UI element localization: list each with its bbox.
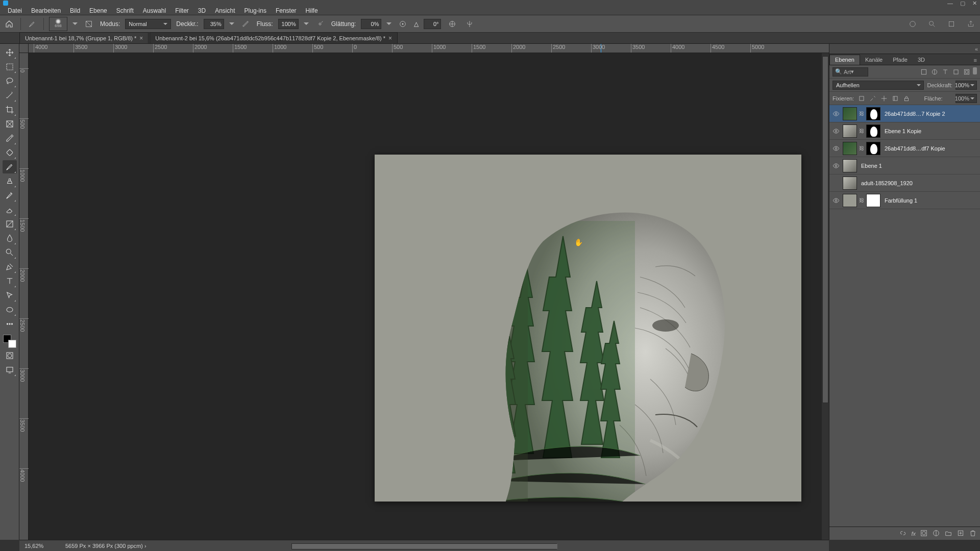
brush-preset-dropdown-icon[interactable] (72, 22, 78, 26)
layer-mask-thumb[interactable] (866, 124, 880, 138)
gradient-tool[interactable] (3, 217, 17, 231)
layer-thumb[interactable] (843, 142, 857, 155)
layer-row[interactable]: Ebene 1 (829, 157, 980, 174)
visibility-toggle-icon[interactable] (831, 109, 841, 118)
close-button[interactable]: ✕ (972, 0, 977, 7)
mask-icon[interactable] (920, 529, 928, 538)
brush-tool-icon[interactable] (26, 18, 38, 30)
mask-link-icon[interactable]: ⛓ (859, 144, 864, 153)
link-layers-icon[interactable] (899, 529, 907, 538)
blur-tool[interactable] (3, 232, 17, 245)
filter-type-icon[interactable] (941, 67, 950, 77)
lock-pixels-icon[interactable] (857, 94, 866, 103)
history-brush-tool[interactable] (3, 189, 17, 202)
layer-row[interactable]: ⛓Farbfüllung 1 (829, 192, 980, 209)
adjustment-icon[interactable] (932, 529, 940, 538)
menu-schrift[interactable]: Schrift (113, 6, 137, 15)
shape-tool[interactable] (3, 303, 17, 316)
menu-plugins[interactable]: Plug-ins (241, 6, 270, 15)
menu-bearbeiten[interactable]: Bearbeiten (28, 6, 64, 15)
horizontal-ruler[interactable]: 4000350030002500200015001000500050010001… (29, 44, 829, 53)
layer-mask-thumb[interactable] (866, 194, 880, 207)
close-tab-icon[interactable]: × (139, 35, 143, 42)
layer-mask-thumb[interactable] (866, 107, 880, 120)
h-scrollbar-thumb[interactable] (292, 544, 557, 549)
smoothing-dropdown-icon[interactable] (386, 22, 391, 26)
layer-thumb[interactable] (843, 159, 857, 172)
flow-dropdown-icon[interactable] (304, 22, 309, 26)
lock-nest-icon[interactable] (891, 94, 900, 103)
doc-info[interactable]: 5659 Px × 3966 Px (300 ppcm) › (65, 543, 146, 549)
clone-stamp-tool[interactable] (3, 174, 17, 188)
lock-move-icon[interactable] (879, 94, 889, 103)
brush-preset-picker[interactable]: 698 (49, 17, 67, 31)
mask-link-icon[interactable]: ⛓ (859, 109, 864, 118)
menu-3d[interactable]: 3D (194, 6, 209, 15)
quickmask-button[interactable] (3, 349, 17, 362)
layer-mask-thumb[interactable] (866, 142, 880, 155)
layer-filter-type-select[interactable]: 🔍 Art ▾ (832, 67, 868, 77)
new-layer-icon[interactable] (957, 529, 965, 538)
color-swatch[interactable] (3, 335, 16, 348)
layer-thumb[interactable] (843, 194, 857, 207)
mask-link-icon[interactable]: ⛓ (859, 196, 864, 205)
opacity-input[interactable]: 35% (204, 19, 224, 29)
layer-blend-select[interactable]: Aufhellen (832, 81, 924, 90)
panel-tab-3d[interactable]: 3D (913, 55, 930, 65)
type-tool[interactable] (3, 274, 17, 288)
menu-datei[interactable]: Datei (4, 6, 26, 15)
smoothing-options-button[interactable] (397, 18, 409, 30)
vertical-scrollbar[interactable] (822, 53, 829, 540)
marquee-tool[interactable] (3, 60, 17, 73)
search-icon[interactable] (926, 18, 938, 30)
visibility-toggle-icon[interactable] (831, 144, 841, 153)
healing-tool[interactable] (3, 146, 17, 159)
close-tab-icon[interactable]: × (388, 35, 392, 42)
opacity-dropdown-icon[interactable] (229, 22, 234, 26)
menu-fenster[interactable]: Fenster (272, 6, 300, 15)
brush-tool[interactable] (3, 160, 17, 173)
opacity-pressure-button[interactable] (239, 18, 252, 30)
document-tab-1[interactable]: Unbenannt-1 bei 18,7% (Gruppe 1, RGB/8) … (19, 32, 149, 43)
menu-ansicht[interactable]: Ansicht (211, 6, 238, 15)
menu-hilfe[interactable]: Hilfe (302, 6, 322, 15)
layer-name[interactable]: Ebene 1 Kopie (883, 128, 978, 134)
path-select-tool[interactable] (3, 289, 17, 302)
crop-tool[interactable] (3, 103, 17, 116)
symmetry-button[interactable] (463, 18, 476, 30)
frame-icon[interactable] (945, 18, 958, 30)
fill-input[interactable]: 100% (955, 94, 977, 103)
visibility-toggle-icon[interactable] (831, 127, 841, 136)
lasso-tool[interactable] (3, 74, 17, 88)
layer-thumb[interactable] (843, 107, 857, 120)
visibility-toggle-icon[interactable] (831, 161, 841, 170)
layer-name[interactable]: adult-1852908_1920 (859, 180, 978, 186)
menu-bild[interactable]: Bild (66, 6, 84, 15)
filter-toggle-switch[interactable] (973, 67, 977, 74)
brush-settings-button[interactable] (83, 18, 95, 30)
dodge-tool[interactable] (3, 246, 17, 259)
cloud-docs-icon[interactable] (906, 18, 919, 30)
smoothing-input[interactable]: 0% (361, 19, 381, 29)
share-icon[interactable] (965, 18, 977, 30)
filter-smart-icon[interactable] (962, 67, 971, 77)
ruler-origin[interactable] (19, 44, 29, 53)
maximize-button[interactable]: ▢ (960, 0, 965, 7)
vertical-ruler[interactable]: 05001000150020002500300035004000 (19, 53, 29, 540)
magic-wand-tool[interactable] (3, 89, 17, 102)
lock-position-icon[interactable] (868, 94, 877, 103)
filter-pixel-icon[interactable] (919, 67, 928, 77)
layer-name[interactable]: Ebene 1 (859, 163, 978, 169)
panel-tab-ebenen[interactable]: Ebenen (829, 55, 860, 65)
menu-auswahl[interactable]: Auswahl (139, 6, 169, 15)
eraser-tool[interactable] (3, 203, 17, 216)
eyedropper-tool[interactable] (3, 132, 17, 145)
layer-row[interactable]: ⛓Ebene 1 Kopie (829, 122, 980, 140)
layer-opacity-input[interactable]: 100% (955, 81, 977, 90)
frame-tool[interactable] (3, 117, 17, 131)
layer-thumb[interactable] (843, 177, 857, 190)
layer-name[interactable]: 26ab471dd8…df7 Kopie (883, 145, 978, 152)
airbrush-button[interactable] (314, 18, 326, 30)
layer-name[interactable]: Farbfüllung 1 (883, 197, 978, 204)
lock-all-icon[interactable] (902, 94, 911, 103)
